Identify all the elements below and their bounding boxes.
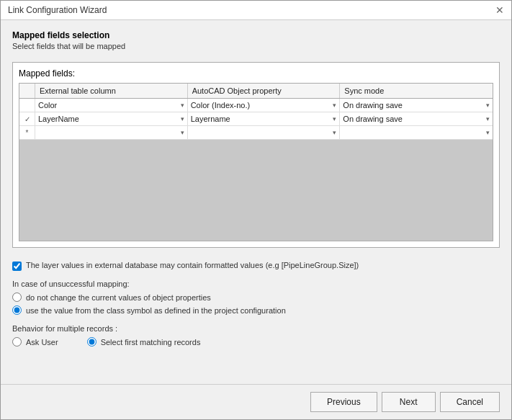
select-autocad-3[interactable]	[188, 126, 340, 139]
formatted-values-checkbox[interactable]	[12, 262, 22, 271]
dialog-title: Link Configuration Wizard	[8, 5, 107, 15]
col-external-table: External table column	[35, 84, 188, 98]
dialog-footer: Previous Next Cancel	[1, 384, 511, 419]
row-marker-2: ✓	[19, 112, 35, 125]
mapped-fields-section: Mapped fields: External table column Aut…	[12, 62, 500, 248]
dialog-body: Mapped fields selection Select fields th…	[1, 20, 511, 384]
col-sync-mode: Sync mode	[340, 84, 493, 98]
title-bar: Link Configuration Wizard ✕	[1, 1, 511, 20]
cell-autocad-1[interactable]: Color (Index-no.)	[188, 99, 341, 112]
table-empty-area	[19, 140, 493, 241]
select-sync-2[interactable]: On drawing save	[340, 112, 493, 125]
table-header: External table column AutoCAD Object pro…	[19, 84, 493, 99]
radio-use-value-row: use the value from the class symbol as d…	[12, 305, 500, 315]
cell-sync-3[interactable]	[340, 126, 493, 139]
select-autocad-2[interactable]: Layername	[188, 112, 340, 125]
cell-external-1[interactable]: Color	[35, 99, 188, 112]
mapped-fields-table: External table column AutoCAD Object pro…	[19, 83, 493, 241]
radio-select-first-label: Select first matching records	[101, 338, 201, 347]
select-external-3[interactable]	[35, 126, 187, 139]
formatted-values-row: The layer values in external database ma…	[12, 261, 500, 271]
radio-no-change-row: do not change the current values of obje…	[12, 292, 500, 302]
cell-external-2[interactable]: LayerName	[35, 112, 188, 125]
formatted-values-label: The layer values in external database ma…	[26, 261, 359, 269]
radio-no-change-label: do not change the current values of obje…	[26, 293, 211, 302]
col-marker	[19, 84, 35, 98]
cell-external-3[interactable]	[35, 126, 188, 139]
cell-sync-2[interactable]: On drawing save	[340, 112, 493, 125]
radio-ask-user-label: Ask User	[26, 338, 58, 347]
mapped-fields-label: Mapped fields:	[19, 68, 493, 79]
select-external-1[interactable]: Color	[35, 99, 187, 112]
select-autocad-1[interactable]: Color (Index-no.)	[188, 99, 340, 112]
cell-sync-1[interactable]: On drawing save	[340, 99, 493, 112]
previous-button[interactable]: Previous	[310, 392, 377, 412]
cancel-button[interactable]: Cancel	[440, 392, 500, 412]
select-sync-1[interactable]: On drawing save	[340, 99, 493, 112]
next-button[interactable]: Next	[382, 392, 436, 412]
cell-autocad-3[interactable]	[188, 126, 341, 139]
cell-autocad-2[interactable]: Layername	[188, 112, 341, 125]
close-button[interactable]: ✕	[495, 5, 504, 15]
radio-no-change[interactable]	[12, 292, 22, 302]
radio-select-first-row: Select first matching records	[87, 337, 201, 347]
unsuccessful-mapping-label: In case of unsuccessful mapping:	[12, 280, 500, 288]
select-sync-3[interactable]	[340, 126, 493, 139]
radio-ask-user[interactable]	[12, 337, 22, 347]
section-subtitle: Select fields that will be mapped	[12, 42, 500, 50]
row-marker-3: *	[19, 126, 35, 139]
radio-select-first[interactable]	[87, 337, 96, 347]
section-title: Mapped fields selection	[12, 30, 500, 40]
row-marker-1	[19, 99, 35, 112]
radio-ask-user-row: Ask User	[12, 337, 58, 347]
table-row: Color Color (Index-no.)	[19, 99, 493, 112]
table-row: ✓ LayerName Layername	[19, 112, 493, 126]
dialog: Link Configuration Wizard ✕ Mapped field…	[0, 0, 512, 420]
radio-use-value-label: use the value from the class symbol as d…	[26, 306, 286, 315]
behavior-options: Ask User Select first matching records	[12, 337, 500, 350]
behavior-label: Behavior for multiple records :	[12, 324, 500, 333]
table-row: *	[19, 126, 493, 140]
select-external-2[interactable]: LayerName	[35, 112, 187, 125]
radio-use-value[interactable]	[12, 305, 22, 315]
col-autocad-property: AutoCAD Object property	[188, 84, 341, 98]
